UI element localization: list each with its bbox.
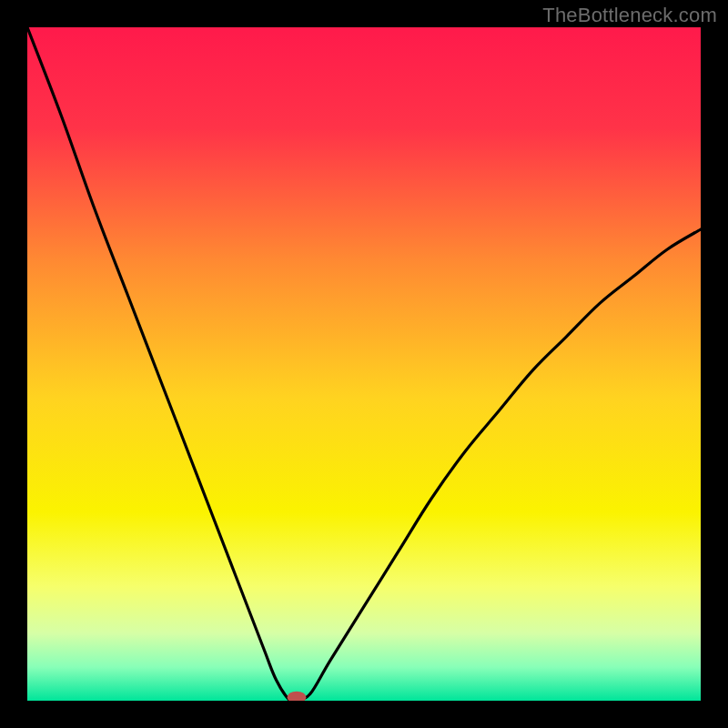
watermark-text: TheBottleneck.com <box>542 4 717 27</box>
chart-svg <box>27 27 701 701</box>
gradient-background <box>27 27 701 701</box>
chart-frame: TheBottleneck.com <box>0 0 728 728</box>
plot-area <box>27 27 701 701</box>
